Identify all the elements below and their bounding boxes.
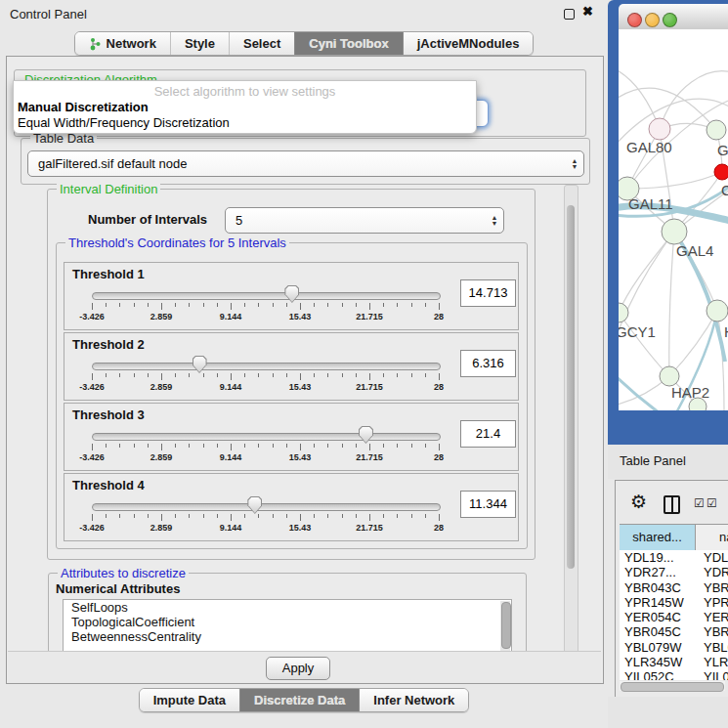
table-cell[interactable]: YLR345W xyxy=(620,655,700,669)
numerical-attributes-list[interactable]: SelfLoopsTopologicalCoefficientBetweenne… xyxy=(63,599,512,652)
network-node[interactable] xyxy=(649,118,670,140)
table-cell[interactable]: YDR27... xyxy=(620,565,700,579)
tab-impute-data[interactable]: Impute Data xyxy=(140,689,239,711)
slider-tick xyxy=(425,444,426,448)
slider-thumb[interactable] xyxy=(359,426,373,444)
table-cell[interactable]: YIL052C xyxy=(620,669,700,680)
slider-thumb[interactable] xyxy=(284,285,299,303)
tab-label: Style xyxy=(185,32,215,55)
mac-close-button[interactable] xyxy=(627,13,642,27)
table-cell[interactable]: YER054C xyxy=(620,610,700,624)
slider-tick-label: 21.715 xyxy=(348,312,391,321)
slider-tick xyxy=(300,303,301,310)
tab-label: Cyni Toolbox xyxy=(309,32,388,55)
algorithm-option-equal-width-frequency-discretization[interactable]: Equal Width/Frequency Discretization xyxy=(18,115,230,130)
network-window-titlebar[interactable] xyxy=(619,4,728,30)
number-of-intervals-label: Number of Intervals xyxy=(88,212,207,227)
table-cell[interactable]: YBL0 xyxy=(700,640,728,655)
table-cell[interactable]: YBR0 xyxy=(700,580,728,595)
table-cell[interactable]: YIL0 xyxy=(700,669,728,680)
tab-infer-network[interactable]: Infer Network xyxy=(359,689,468,711)
network-node[interactable] xyxy=(707,300,728,321)
table-cell[interactable]: YDL1 xyxy=(700,550,728,565)
slider-track[interactable] xyxy=(92,292,441,300)
table-row[interactable]: YBL079WYBL0 xyxy=(620,640,728,655)
slider-track[interactable] xyxy=(92,363,441,370)
slider-tick-label: 28 xyxy=(417,523,460,533)
table-cell[interactable]: YBL079W xyxy=(620,640,700,655)
table-row[interactable]: YBR043CYBR0 xyxy=(620,580,728,595)
table-row[interactable]: YPR145WYPR1 xyxy=(620,595,728,610)
network-edge[interactable] xyxy=(669,232,674,376)
table-row[interactable]: YER054CYER0 xyxy=(620,610,728,624)
slider-tick xyxy=(217,303,218,307)
panel-scrollbar[interactable] xyxy=(564,185,578,654)
column-header-na[interactable]: na xyxy=(696,525,728,550)
table-cell[interactable]: YDR2 xyxy=(700,565,728,579)
tab-network[interactable]: Network xyxy=(75,32,170,55)
slider-tick xyxy=(342,514,343,518)
attributes-list-scrollbar[interactable] xyxy=(500,601,510,652)
network-edge[interactable] xyxy=(619,313,669,376)
table-row[interactable]: YDL19...YDL1 xyxy=(620,550,728,565)
table-cell[interactable]: YBR043C xyxy=(620,580,700,595)
network-node[interactable] xyxy=(660,366,679,386)
network-edge[interactable] xyxy=(669,311,717,376)
network-window[interactable]: GAL80GACGAL11GAL4GCY1HHAP2 xyxy=(608,0,728,445)
network-node[interactable] xyxy=(707,120,726,140)
close-icon[interactable]: ✖ xyxy=(582,4,593,19)
table-cell[interactable]: YER0 xyxy=(700,610,728,624)
tab-discretize-data[interactable]: Discretize Data xyxy=(239,689,359,711)
tab-label: Impute Data xyxy=(153,689,226,711)
slider-track[interactable] xyxy=(92,433,441,441)
panel-scrollbar-thumb[interactable] xyxy=(567,205,575,569)
attribute-item-betweennesscentrality[interactable]: BetweennessCentrality xyxy=(64,629,511,644)
network-edge[interactable] xyxy=(627,172,722,189)
threshold-value-field[interactable]: 11.344 xyxy=(460,491,516,518)
gear-icon[interactable]: ⚙ xyxy=(630,492,647,511)
split-columns-icon[interactable] xyxy=(664,495,680,514)
table-row[interactable]: YDR27...YDR2 xyxy=(620,565,728,579)
apply-button[interactable]: Apply xyxy=(266,657,330,680)
tab-cyni-toolbox[interactable]: Cyni Toolbox xyxy=(294,32,402,55)
tab-style[interactable]: Style xyxy=(170,32,229,55)
threshold-value-field[interactable]: 6.316 xyxy=(460,350,516,377)
table-cell[interactable]: YBR045C xyxy=(620,624,700,639)
network-canvas[interactable]: GAL80GACGAL11GAL4GCY1HHAP2 xyxy=(619,29,728,410)
table-cell[interactable]: YDL19... xyxy=(620,550,700,565)
network-node[interactable] xyxy=(619,303,628,322)
table-rows: YDL19...YDL1YDR27...YDR2YBR043CYBR0YPR14… xyxy=(620,550,728,680)
checkbox-icon[interactable]: ☑ xyxy=(707,497,717,509)
table-row[interactable]: YBR045CYBR0 xyxy=(620,624,728,639)
float-window-icon[interactable] xyxy=(564,9,575,20)
tab-jactivemnodules[interactable]: jActiveMNodules xyxy=(403,32,534,55)
table-cell[interactable]: YBR0 xyxy=(700,624,728,639)
interval-definition-title: Interval Definition xyxy=(57,183,160,196)
threshold-value-field[interactable]: 14.713 xyxy=(460,279,516,307)
table-data-combobox[interactable]: galFiltered.sif default node ▲▼ xyxy=(27,150,584,177)
table-cell[interactable]: YLR3 xyxy=(700,655,728,669)
table-cell[interactable]: YPR1 xyxy=(700,595,728,610)
slider-tick xyxy=(161,303,162,310)
slider-thumb[interactable] xyxy=(247,496,262,514)
attribute-item-topologicalcoefficient[interactable]: TopologicalCoefficient xyxy=(64,615,511,629)
mac-zoom-button[interactable] xyxy=(663,13,677,27)
slider-tick xyxy=(314,303,315,307)
table-cell[interactable]: YPR145W xyxy=(620,595,700,610)
network-node[interactable] xyxy=(714,164,728,180)
slider-thumb[interactable] xyxy=(193,356,207,373)
number-of-intervals-combobox[interactable]: 5 ▲▼ xyxy=(225,207,504,234)
table-row[interactable]: YLR345WYLR3 xyxy=(620,655,728,669)
table-row[interactable]: YIL052CYIL0 xyxy=(620,669,728,680)
attribute-item-selfloops[interactable]: SelfLoops xyxy=(64,600,511,615)
column-header-shared-[interactable]: shared... xyxy=(620,525,696,550)
slider-tick-label: 2.859 xyxy=(140,452,183,462)
tab-select[interactable]: Select xyxy=(229,32,294,55)
slider-track[interactable] xyxy=(92,503,441,511)
algorithm-option-manual-discretization[interactable]: Manual Discretization xyxy=(18,100,149,114)
network-node[interactable] xyxy=(662,219,687,244)
table-horizontal-scrollbar[interactable] xyxy=(620,681,725,691)
mac-minimize-button[interactable] xyxy=(645,13,660,27)
threshold-value-field[interactable]: 21.4 xyxy=(460,420,516,448)
checkbox-icon[interactable]: ☑ xyxy=(694,497,705,509)
